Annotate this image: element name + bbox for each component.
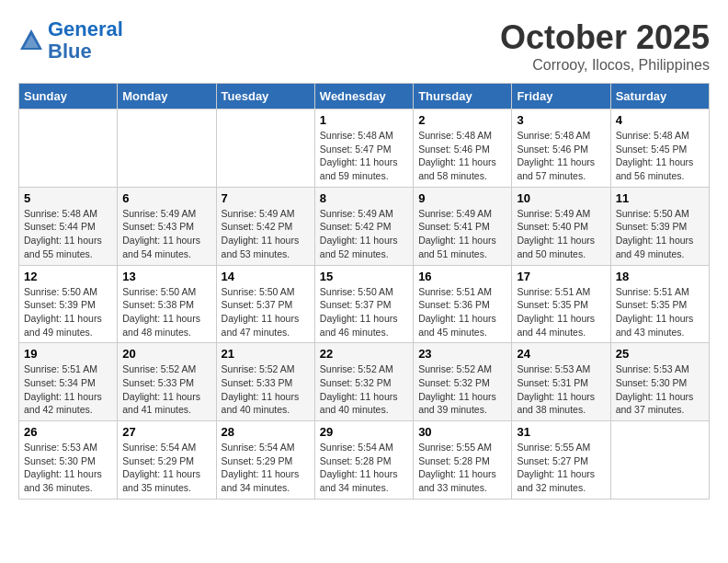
- weekday-header-monday: Monday: [118, 84, 216, 109]
- day-number: 15: [320, 270, 408, 283]
- day-info: Sunrise: 5:52 AM Sunset: 5:32 PM Dayligh…: [418, 362, 506, 417]
- calendar-cell: 8Sunrise: 5:49 AM Sunset: 5:42 PM Daylig…: [314, 187, 413, 265]
- day-info: Sunrise: 5:49 AM Sunset: 5:43 PM Dayligh…: [122, 207, 210, 261]
- day-info: Sunrise: 5:49 AM Sunset: 5:42 PM Dayligh…: [222, 207, 310, 261]
- calendar-cell: 7Sunrise: 5:49 AM Sunset: 5:42 PM Daylig…: [216, 187, 314, 265]
- day-number: 6: [122, 191, 210, 205]
- day-info: Sunrise: 5:54 AM Sunset: 5:29 PM Dayligh…: [122, 441, 210, 495]
- day-info: Sunrise: 5:51 AM Sunset: 5:35 PM Dayligh…: [616, 285, 704, 339]
- weekday-header-thursday: Thursday: [414, 84, 512, 109]
- calendar-cell: 6Sunrise: 5:49 AM Sunset: 5:43 PM Daylig…: [118, 187, 216, 265]
- calendar-cell: 3Sunrise: 5:48 AM Sunset: 5:46 PM Daylig…: [512, 109, 610, 188]
- day-info: Sunrise: 5:54 AM Sunset: 5:28 PM Dayligh…: [320, 441, 408, 495]
- calendar-cell: 12Sunrise: 5:50 AM Sunset: 5:39 PM Dayli…: [19, 265, 118, 343]
- weekday-header-wednesday: Wednesday: [314, 84, 413, 109]
- day-info: Sunrise: 5:52 AM Sunset: 5:33 PM Dayligh…: [122, 362, 210, 417]
- weekday-header-saturday: Saturday: [610, 84, 709, 109]
- weekday-header-sunday: Sunday: [19, 84, 118, 109]
- day-info: Sunrise: 5:54 AM Sunset: 5:29 PM Dayligh…: [222, 441, 310, 495]
- calendar-week-row: 5Sunrise: 5:48 AM Sunset: 5:44 PM Daylig…: [19, 187, 710, 265]
- day-info: Sunrise: 5:53 AM Sunset: 5:31 PM Dayligh…: [517, 362, 605, 417]
- day-number: 31: [517, 425, 605, 439]
- calendar-cell: 16Sunrise: 5:51 AM Sunset: 5:36 PM Dayli…: [414, 265, 512, 343]
- day-number: 8: [320, 191, 408, 205]
- day-number: 26: [24, 425, 112, 439]
- calendar-cell: [19, 109, 118, 188]
- calendar-cell: 22Sunrise: 5:52 AM Sunset: 5:32 PM Dayli…: [314, 343, 413, 421]
- calendar-cell: 18Sunrise: 5:51 AM Sunset: 5:35 PM Dayli…: [610, 265, 709, 343]
- day-number: 11: [616, 191, 704, 205]
- title-block: October 2025 Corrooy, Ilocos, Philippine…: [500, 18, 710, 74]
- calendar-cell: 2Sunrise: 5:48 AM Sunset: 5:46 PM Daylig…: [414, 109, 512, 188]
- calendar-week-row: 19Sunrise: 5:51 AM Sunset: 5:34 PM Dayli…: [19, 343, 710, 421]
- day-info: Sunrise: 5:55 AM Sunset: 5:28 PM Dayligh…: [418, 441, 506, 495]
- calendar-cell: 29Sunrise: 5:54 AM Sunset: 5:28 PM Dayli…: [314, 421, 413, 500]
- logo-icon: [18, 28, 44, 53]
- day-info: Sunrise: 5:49 AM Sunset: 5:42 PM Dayligh…: [320, 207, 408, 261]
- calendar-cell: [118, 109, 216, 188]
- day-number: 19: [24, 347, 112, 361]
- day-number: 7: [222, 191, 310, 205]
- day-number: 28: [222, 425, 310, 439]
- day-info: Sunrise: 5:50 AM Sunset: 5:37 PM Dayligh…: [320, 285, 408, 339]
- weekday-header-tuesday: Tuesday: [216, 84, 314, 109]
- day-number: 21: [222, 347, 310, 361]
- weekday-header-row: SundayMondayTuesdayWednesdayThursdayFrid…: [19, 84, 710, 109]
- calendar-cell: 19Sunrise: 5:51 AM Sunset: 5:34 PM Dayli…: [19, 343, 118, 421]
- day-number: 23: [418, 347, 506, 361]
- day-number: 10: [517, 191, 605, 205]
- day-number: 30: [418, 425, 506, 439]
- calendar-cell: 28Sunrise: 5:54 AM Sunset: 5:29 PM Dayli…: [216, 421, 314, 500]
- day-number: 3: [517, 113, 605, 127]
- day-info: Sunrise: 5:51 AM Sunset: 5:35 PM Dayligh…: [517, 285, 605, 339]
- weekday-header-friday: Friday: [512, 84, 610, 109]
- day-info: Sunrise: 5:48 AM Sunset: 5:46 PM Dayligh…: [517, 129, 605, 183]
- day-info: Sunrise: 5:49 AM Sunset: 5:40 PM Dayligh…: [517, 207, 605, 261]
- day-number: 13: [122, 270, 210, 283]
- calendar-week-row: 12Sunrise: 5:50 AM Sunset: 5:39 PM Dayli…: [19, 265, 710, 343]
- calendar-week-row: 26Sunrise: 5:53 AM Sunset: 5:30 PM Dayli…: [19, 421, 710, 500]
- calendar-cell: 27Sunrise: 5:54 AM Sunset: 5:29 PM Dayli…: [118, 421, 216, 500]
- logo-line2: Blue: [48, 40, 92, 63]
- day-info: Sunrise: 5:55 AM Sunset: 5:27 PM Dayligh…: [517, 441, 605, 495]
- calendar-cell: [610, 421, 709, 500]
- day-info: Sunrise: 5:53 AM Sunset: 5:30 PM Dayligh…: [24, 441, 112, 495]
- month-title: October 2025: [500, 18, 710, 57]
- day-info: Sunrise: 5:48 AM Sunset: 5:44 PM Dayligh…: [24, 207, 112, 261]
- calendar-week-row: 1Sunrise: 5:48 AM Sunset: 5:47 PM Daylig…: [19, 109, 710, 188]
- logo: General Blue: [18, 18, 123, 63]
- day-number: 27: [122, 425, 210, 439]
- calendar-cell: 25Sunrise: 5:53 AM Sunset: 5:30 PM Dayli…: [610, 343, 709, 421]
- day-number: 17: [517, 270, 605, 283]
- calendar-cell: [216, 109, 314, 188]
- day-info: Sunrise: 5:49 AM Sunset: 5:41 PM Dayligh…: [418, 207, 506, 261]
- day-number: 22: [320, 347, 408, 361]
- calendar-cell: 11Sunrise: 5:50 AM Sunset: 5:39 PM Dayli…: [610, 187, 709, 265]
- calendar-cell: 1Sunrise: 5:48 AM Sunset: 5:47 PM Daylig…: [314, 109, 413, 188]
- day-info: Sunrise: 5:52 AM Sunset: 5:33 PM Dayligh…: [222, 362, 310, 417]
- day-number: 9: [418, 191, 506, 205]
- day-info: Sunrise: 5:50 AM Sunset: 5:39 PM Dayligh…: [24, 285, 112, 339]
- day-number: 5: [24, 191, 112, 205]
- calendar-cell: 30Sunrise: 5:55 AM Sunset: 5:28 PM Dayli…: [414, 421, 512, 500]
- day-info: Sunrise: 5:51 AM Sunset: 5:36 PM Dayligh…: [418, 285, 506, 339]
- day-info: Sunrise: 5:48 AM Sunset: 5:45 PM Dayligh…: [616, 129, 704, 183]
- day-info: Sunrise: 5:50 AM Sunset: 5:38 PM Dayligh…: [122, 285, 210, 339]
- day-info: Sunrise: 5:52 AM Sunset: 5:32 PM Dayligh…: [320, 362, 408, 417]
- day-info: Sunrise: 5:51 AM Sunset: 5:34 PM Dayligh…: [24, 362, 112, 417]
- day-info: Sunrise: 5:50 AM Sunset: 5:37 PM Dayligh…: [222, 285, 310, 339]
- day-number: 1: [320, 113, 408, 127]
- logo-line1: General: [48, 17, 123, 40]
- day-info: Sunrise: 5:48 AM Sunset: 5:47 PM Dayligh…: [320, 129, 408, 183]
- calendar-cell: 26Sunrise: 5:53 AM Sunset: 5:30 PM Dayli…: [19, 421, 118, 500]
- calendar-cell: 17Sunrise: 5:51 AM Sunset: 5:35 PM Dayli…: [512, 265, 610, 343]
- day-info: Sunrise: 5:50 AM Sunset: 5:39 PM Dayligh…: [616, 207, 704, 261]
- calendar-cell: 10Sunrise: 5:49 AM Sunset: 5:40 PM Dayli…: [512, 187, 610, 265]
- calendar-cell: 20Sunrise: 5:52 AM Sunset: 5:33 PM Dayli…: [118, 343, 216, 421]
- calendar-cell: 24Sunrise: 5:53 AM Sunset: 5:31 PM Dayli…: [512, 343, 610, 421]
- day-info: Sunrise: 5:48 AM Sunset: 5:46 PM Dayligh…: [418, 129, 506, 183]
- page-header: General Blue October 2025 Corrooy, Iloco…: [18, 18, 710, 74]
- calendar-cell: 21Sunrise: 5:52 AM Sunset: 5:33 PM Dayli…: [216, 343, 314, 421]
- calendar-cell: 14Sunrise: 5:50 AM Sunset: 5:37 PM Dayli…: [216, 265, 314, 343]
- calendar-cell: 9Sunrise: 5:49 AM Sunset: 5:41 PM Daylig…: [414, 187, 512, 265]
